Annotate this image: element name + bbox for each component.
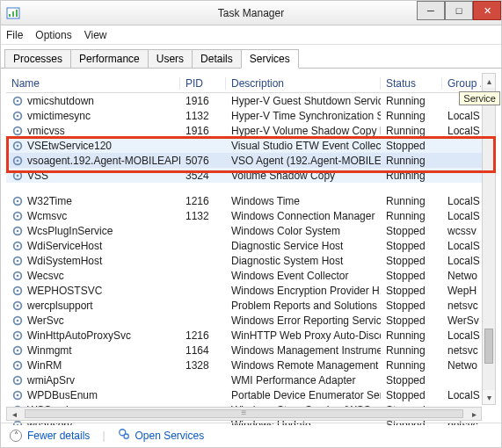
tab-details[interactable]: Details — [192, 49, 242, 69]
svg-point-37 — [17, 349, 19, 351]
table-row[interactable]: Wcmsvc1132Windows Connection ManagerRunn… — [6, 208, 496, 223]
table-row[interactable]: WPDBusEnumPortable Device Enumerator Ser… — [6, 387, 496, 402]
svc-desc: WinHTTP Web Proxy Auto-Disco... — [226, 329, 381, 342]
column-headers: Name PID Description Status Group▲ Servi… — [6, 74, 496, 93]
svc-status: Running — [381, 170, 442, 182]
vertical-scrollbar[interactable]: ▴ ▾ — [482, 73, 496, 405]
scroll-down-icon[interactable]: ▾ — [483, 390, 495, 404]
svc-pid: 1132 — [180, 210, 226, 222]
table-row[interactable]: vmicshutdown1916Hyper-V Guest Shutdown S… — [6, 93, 496, 108]
svc-group: LocalS — [442, 195, 481, 207]
gear-icon — [11, 285, 24, 297]
svc-status: Stopped — [381, 270, 442, 282]
close-button[interactable]: ✕ — [473, 1, 501, 20]
table-row[interactable]: WinHttpAutoProxySvc1216WinHTTP Web Proxy… — [6, 328, 496, 343]
svg-point-21 — [17, 229, 19, 232]
table-row[interactable]: vmicvss1916Hyper-V Volume Shadow Copy R.… — [6, 123, 496, 138]
horizontal-scrollbar[interactable]: ◂ ▸ — [6, 407, 482, 421]
separator: | — [102, 430, 105, 442]
svc-desc: Windows Management Instrume... — [226, 344, 381, 357]
col-status[interactable]: Status — [381, 77, 442, 90]
svc-status: Running — [381, 344, 442, 357]
svg-point-13 — [17, 159, 19, 162]
gear-icon — [11, 155, 24, 167]
svg-point-27 — [17, 274, 19, 277]
svg-point-19 — [17, 214, 19, 217]
scroll-thumb[interactable] — [484, 329, 493, 364]
svg-point-31 — [17, 304, 19, 307]
chevron-up-icon: ˄ — [10, 430, 22, 442]
tab-processes[interactable]: Processes — [4, 49, 71, 69]
gear-icon — [11, 374, 24, 387]
service-list: vmicshutdown1916Hyper-V Guest Shutdown S… — [6, 93, 496, 425]
svc-pid: 1328 — [180, 359, 226, 372]
footer: ˄ Fewer details | Open Services — [1, 423, 501, 447]
col-group[interactable]: Group▲ — [442, 77, 481, 90]
svc-name: WcsPlugInService — [27, 225, 113, 237]
tab-services[interactable]: Services — [241, 49, 299, 69]
minimize-button[interactable]: ─ — [417, 1, 445, 20]
menu-bar: File Options View — [1, 25, 501, 45]
table-row[interactable]: wmiApSrvWMI Performance AdapterStopped — [6, 372, 496, 387]
gear-icon — [11, 240, 24, 252]
svc-desc: Diagnostic System Host — [226, 255, 381, 267]
open-services-label: Open Services — [135, 430, 205, 442]
titlebar: Task Manager ─ □ ✕ — [1, 1, 501, 25]
table-row[interactable]: W32Time1216Windows TimeRunningLocalS — [6, 193, 496, 208]
svc-status: Running — [381, 95, 442, 107]
table-row[interactable]: Winmgmt1164Windows Management Instrume..… — [6, 343, 496, 358]
scroll-right-icon[interactable]: ▸ — [467, 409, 481, 419]
svc-name: VSS — [27, 170, 48, 182]
scroll-thumb-h[interactable] — [25, 409, 463, 418]
table-row-selected[interactable]: vsoagent.192.Agent-MOBILEAPPCOMPIL5076VS… — [6, 153, 496, 168]
col-pid[interactable]: PID — [180, 77, 226, 90]
svc-status: Stopped — [381, 374, 442, 387]
table-row[interactable]: VSEtwService120Visual Studio ETW Event C… — [6, 138, 496, 153]
svc-group: LocalS — [442, 125, 481, 137]
svg-point-49 — [124, 434, 128, 438]
svc-status: Stopped — [381, 300, 442, 312]
table-row[interactable]: WdiServiceHostDiagnostic Service HostSto… — [6, 238, 496, 253]
tab-performance[interactable]: Performance — [70, 49, 149, 69]
menu-file[interactable]: File — [6, 29, 23, 41]
menu-options[interactable]: Options — [35, 29, 71, 41]
table-row[interactable]: wercplsupportProblem Reports and Solutio… — [6, 298, 496, 313]
svc-desc: Windows Error Reporting Service — [226, 314, 381, 327]
svg-point-9 — [17, 129, 19, 132]
col-description[interactable]: Description — [226, 77, 381, 90]
open-services-link[interactable]: Open Services — [118, 428, 205, 443]
svg-point-39 — [17, 364, 19, 366]
table-row[interactable]: WecsvcWindows Event CollectorStoppedNetw… — [6, 268, 496, 283]
maximize-button[interactable]: □ — [445, 1, 473, 20]
svc-desc: Windows Color System — [226, 225, 381, 237]
scroll-up-icon[interactable]: ▴ — [483, 74, 495, 88]
table-row[interactable]: WcsPlugInServiceWindows Color SystemStop… — [6, 223, 496, 238]
col-name[interactable]: Name — [6, 77, 180, 90]
svc-pid: 1916 — [180, 125, 226, 137]
table-row[interactable]: VSS3524Volume Shadow CopyRunning — [6, 168, 496, 183]
svc-status: Running — [381, 195, 442, 207]
table-row[interactable]: WerSvcWindows Error Reporting ServiceSto… — [6, 313, 496, 328]
svc-name: vmictimesync — [27, 110, 91, 122]
gear-icon — [11, 95, 24, 107]
table-row[interactable]: WEPHOSTSVCWindows Encryption Provider H.… — [6, 283, 496, 298]
fewer-details-link[interactable]: ˄ Fewer details — [10, 430, 90, 442]
scroll-left-icon[interactable]: ◂ — [7, 409, 21, 419]
svc-pid: 1916 — [180, 95, 226, 107]
svc-pid: 1216 — [180, 195, 226, 207]
table-row[interactable]: WinRM1328Windows Remote Management (...R… — [6, 358, 496, 372]
svc-name: WinHttpAutoProxySvc — [27, 329, 131, 342]
table-row[interactable]: WdiSystemHostDiagnostic System HostStopp… — [6, 253, 496, 268]
gear-icon — [11, 140, 24, 152]
menu-view[interactable]: View — [84, 29, 107, 41]
svc-desc: Volume Shadow Copy — [226, 170, 381, 182]
svc-desc: VSO Agent (192.Agent-MOBILEA... — [226, 155, 381, 167]
svg-rect-3 — [16, 10, 18, 17]
svc-group: LocalS — [442, 329, 481, 342]
tab-users[interactable]: Users — [148, 49, 193, 69]
gear-icon — [11, 170, 24, 182]
svc-group: WepH — [442, 285, 481, 297]
svc-name: vmicshutdown — [27, 95, 94, 107]
table-row[interactable]: vmictimesync1132Hyper-V Time Synchroniza… — [6, 108, 496, 123]
svc-name: WerSvc — [27, 314, 64, 327]
